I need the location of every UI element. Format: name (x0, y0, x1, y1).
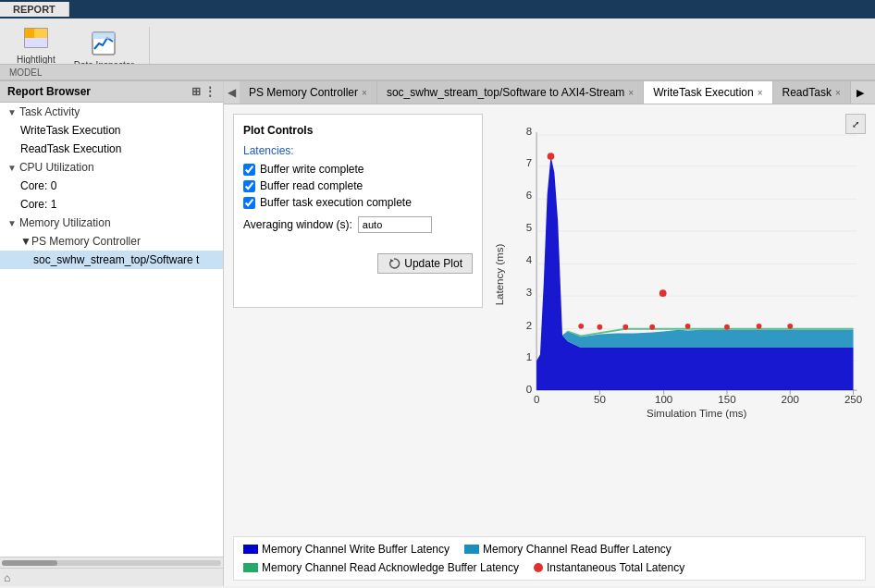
sidebar-item-task-activity[interactable]: ▼ Task Activity (0, 103, 223, 121)
chart-svg: Latency (ms) 0 1 2 3 4 5 6 (492, 117, 866, 432)
core1-label: Core: 1 (20, 198, 56, 211)
checkbox-task-row: Buffer task execution complete (243, 196, 473, 209)
svg-text:2: 2 (526, 320, 532, 331)
avg-window-row: Averaging window (s): (243, 216, 473, 233)
sidebar-icon-menu[interactable]: ⋮ (204, 85, 216, 98)
latency-dot-6 (724, 325, 730, 330)
checkbox-write[interactable] (243, 164, 255, 176)
legend-ack-label: Memory Channel Read Acknowledge Buffer L… (262, 561, 519, 574)
sidebar-item-writetask[interactable]: WriteTask Execution (0, 121, 223, 140)
legend-instant-dot (534, 563, 543, 572)
h-scroll-thumb[interactable] (2, 560, 57, 566)
checkbox-read[interactable] (243, 180, 255, 192)
update-plot-button[interactable]: Update Plot (377, 253, 473, 274)
update-plot-label: Update Plot (404, 257, 462, 270)
tabs-overflow-btn[interactable]: ▶ (851, 87, 869, 99)
tab-soc-close[interactable]: × (628, 88, 634, 98)
x-axis-label: Simulation Time (ms) (647, 408, 746, 419)
sidebar-item-ps-mem[interactable]: ▼ PS Memory Controller (0, 232, 223, 251)
svg-text:250: 250 (844, 394, 862, 405)
svg-rect-2 (34, 29, 47, 38)
svg-text:0: 0 (526, 384, 532, 395)
content-area: ◀ PS Memory Controller × soc_swhw_stream… (224, 81, 875, 586)
ps-mem-label: PS Memory Controller (31, 235, 141, 248)
report-tab[interactable]: REPORT (0, 2, 69, 17)
svg-text:6: 6 (526, 190, 532, 201)
svg-text:200: 200 (782, 394, 799, 405)
sidebar-scrollbar-horizontal[interactable] (0, 557, 223, 568)
task-activity-label: Task Activity (19, 105, 80, 118)
tab-soc[interactable]: soc_swhw_stream_top/Software to AXI4-Str… (377, 81, 644, 104)
core0-label: Core: 0 (20, 179, 56, 192)
svg-text:7: 7 (526, 157, 532, 168)
plot-area: Plot Controls Latencies: Buffer write co… (224, 104, 875, 533)
tab-write-close[interactable]: × (758, 88, 763, 98)
latency-dot-spike (548, 153, 555, 160)
cpu-util-label: CPU Utilization (19, 161, 94, 174)
chart-svg-container: Latency (ms) 0 1 2 3 4 5 6 (492, 114, 866, 523)
sidebar-item-readtask[interactable]: ReadTask Execution (0, 140, 223, 158)
tab-scroll-left[interactable]: ◀ (224, 86, 240, 99)
tab-read[interactable]: ReadTask × (773, 81, 851, 104)
ps-mem-arrow: ▼ (20, 235, 31, 248)
svg-text:3: 3 (526, 287, 532, 298)
tab-write-label: WriteTask Execution (653, 86, 754, 99)
refresh-icon (388, 257, 401, 270)
tab-ps-mem-close[interactable]: × (362, 88, 367, 98)
sidebar-item-core1[interactable]: Core: 1 (0, 195, 223, 214)
tab-write[interactable]: WriteTask Execution × (644, 81, 772, 104)
checkbox-task[interactable] (243, 197, 255, 209)
sidebar-header-icons: ⊞ ⋮ (191, 85, 216, 98)
legend-read: Memory Channel Read Buffer Latency (464, 543, 672, 556)
legend-ack: Memory Channel Read Acknowledge Buffer L… (243, 561, 519, 574)
svg-rect-3 (25, 38, 47, 47)
avg-window-input[interactable] (358, 216, 432, 233)
tab-read-label: ReadTask (783, 86, 832, 99)
main-area: Report Browser ⊞ ⋮ ▼ Task Activity Write… (0, 81, 875, 586)
latency-dot-5 (685, 324, 691, 329)
writetask-label: WriteTask Execution (20, 124, 121, 137)
tab-read-close[interactable]: × (835, 88, 841, 98)
data-inspector-icon (89, 29, 118, 58)
svg-text:0: 0 (534, 394, 539, 405)
tab-ps-mem-label: PS Memory Controller (249, 86, 358, 99)
soc-swhw-label: soc_swhw_stream_top/Software t (33, 253, 199, 266)
chart-container: ⤢ Latency (ms) 0 1 2 (492, 114, 866, 523)
latency-dot-mid (659, 289, 667, 297)
legend-ack-color (243, 563, 258, 572)
legend-write-label: Memory Channel Write Buffer Latency (262, 543, 450, 556)
tab-soc-label: soc_swhw_stream_top/Software to AXI4-Str… (387, 86, 624, 99)
checkbox-read-row: Buffer read complete (243, 179, 473, 192)
sidebar-nav-bottom: ⌂ (0, 568, 223, 586)
sidebar-icon-grid[interactable]: ⊞ (191, 85, 201, 98)
svg-rect-1 (25, 29, 34, 38)
tabs-row: ◀ PS Memory Controller × soc_swhw_stream… (224, 81, 875, 104)
latencies-label: Latencies: (243, 144, 473, 157)
sidebar-item-cpu-util[interactable]: ▼ CPU Utilization (0, 158, 223, 177)
y-axis-label: Latency (ms) (494, 244, 505, 306)
latency-dot-7 (757, 324, 762, 329)
svg-text:5: 5 (526, 222, 532, 233)
sidebar-item-core0[interactable]: Core: 0 (0, 177, 223, 195)
legend-read-label: Memory Channel Read Buffer Latency (483, 543, 672, 556)
svg-rect-5 (92, 32, 115, 39)
checkbox-task-label: Buffer task execution complete (260, 196, 412, 209)
svg-text:150: 150 (718, 394, 735, 405)
legend-write-color (243, 545, 258, 554)
model-section-label: MODEL (0, 64, 875, 80)
write-buffer-area (536, 156, 853, 390)
expand-chart-button[interactable]: ⤢ (845, 114, 866, 134)
legend-instant-label: Instantaneous Total Latency (547, 561, 684, 574)
latency-dot-3 (622, 325, 628, 330)
legend-write: Memory Channel Write Buffer Latency (243, 543, 450, 556)
nav-home-icon[interactable]: ⌂ (4, 571, 10, 584)
tab-expand-btn[interactable]: ⋮ (869, 87, 875, 99)
latency-dot-1 (578, 324, 584, 329)
sidebar-item-mem-util[interactable]: ▼ Memory Utilization (0, 214, 223, 232)
tab-ps-mem[interactable]: PS Memory Controller × (240, 81, 377, 104)
sidebar-item-soc-swhw[interactable]: soc_swhw_stream_top/Software t (0, 251, 223, 269)
mem-util-arrow: ▼ (7, 218, 17, 228)
avg-window-label: Averaging window (s): (243, 218, 352, 231)
legend-area: Memory Channel Write Buffer Latency Memo… (233, 536, 866, 581)
latency-dot-4 (649, 325, 655, 330)
